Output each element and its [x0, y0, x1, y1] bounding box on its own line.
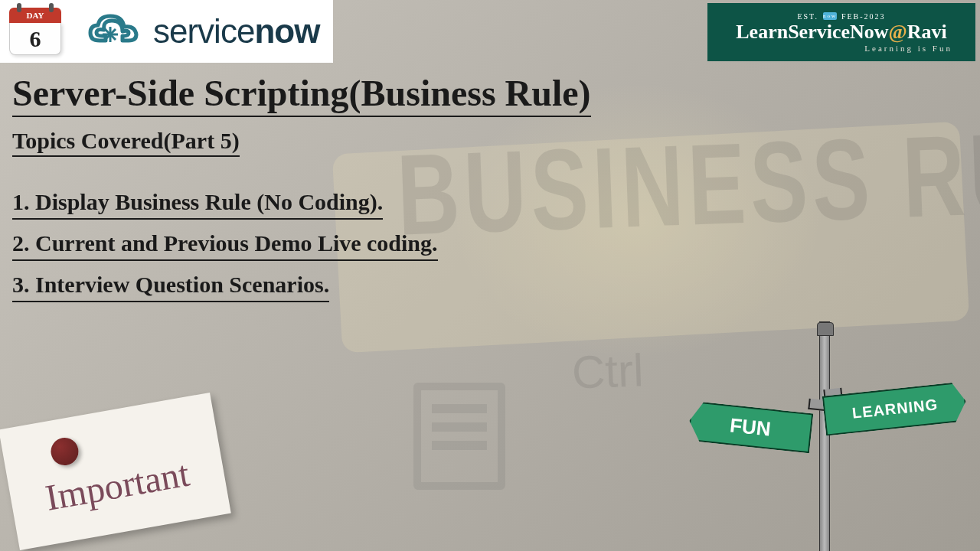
est-left: EST.: [797, 12, 818, 21]
page-subtitle: Topics Covered(Part 5): [12, 128, 240, 157]
est-badge-icon: now: [823, 12, 837, 20]
calendar-day-number: 6: [9, 23, 61, 55]
pushpin-icon: [49, 435, 81, 468]
channel-badge: EST. now FEB-2023 LearnServiceNow@Ravi L…: [707, 3, 975, 61]
est-right: FEB-2023: [841, 12, 886, 21]
bg-ctrl-key: Ctrl: [571, 344, 645, 399]
channel-author: Ravi: [907, 21, 947, 43]
sign-learning: LEARNING: [822, 381, 968, 435]
brand-prefix: service: [153, 12, 254, 50]
channel-at-icon: @: [889, 21, 907, 43]
main-content: Server-Side Scripting(Business Rule) Top…: [12, 72, 968, 302]
calendar-label: DAY: [9, 8, 61, 23]
channel-tagline: Learning is Fun: [864, 44, 952, 53]
channel-established: EST. now FEB-2023: [797, 12, 885, 21]
signpost-pole: [819, 321, 830, 551]
topic-item: 1. Display Business Rule (No Coding).: [12, 189, 383, 220]
servicenow-wordmark: servicenow: [153, 12, 319, 51]
day-calendar-icon: DAY 6: [0, 0, 70, 63]
sign-fun: FUN: [688, 401, 814, 453]
topic-item: 3. Interview Question Scenarios.: [12, 272, 329, 302]
topics-list: 1. Display Business Rule (No Coding). 2.…: [12, 189, 968, 302]
channel-name-main: LearnServiceNow: [736, 21, 888, 43]
channel-name: LearnServiceNow@Ravi: [736, 21, 946, 44]
pole-cap: [817, 322, 834, 336]
topic-item: 2. Current and Previous Demo Live coding…: [12, 230, 438, 261]
cloud-icon: [84, 10, 145, 53]
brand-bold: now: [254, 12, 319, 50]
signpost-graphic: FUN LEARNING: [674, 306, 949, 551]
servicenow-logo: servicenow: [70, 0, 333, 63]
page-title: Server-Side Scripting(Business Rule): [12, 72, 591, 117]
bg-document-icon: [413, 383, 505, 490]
top-logo-bar: DAY 6 servicenow: [0, 0, 333, 63]
